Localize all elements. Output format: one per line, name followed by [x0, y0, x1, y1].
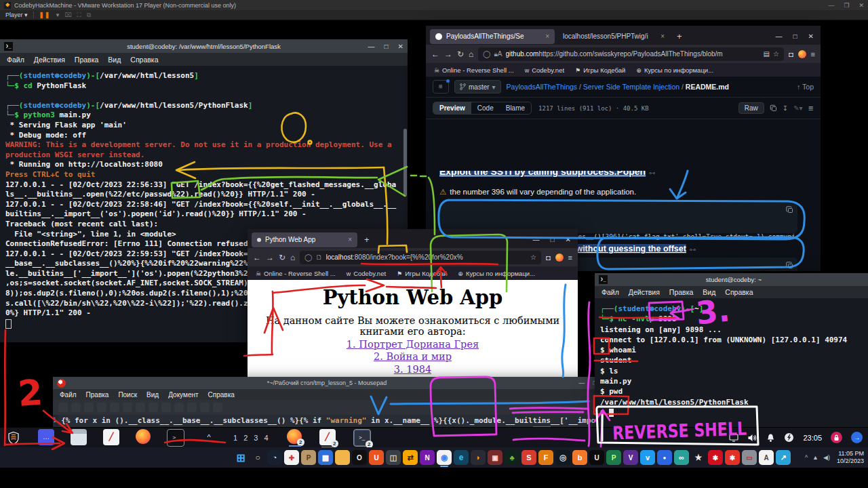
terminal-window-shell[interactable]: ❯_ student@codeby: ~ ФайлДействияПравкаВ…: [595, 273, 868, 447]
toolbar-icon[interactable]: [174, 403, 184, 412]
pycharm-icon[interactable]: P: [606, 450, 621, 465]
tray-network-icon[interactable]: ▲: [812, 454, 818, 461]
menu-item[interactable]: Справка: [130, 56, 158, 64]
vmware-player-menu[interactable]: Player ▾: [5, 12, 28, 18]
linux-clock[interactable]: 23:05: [803, 434, 822, 442]
book-link-2[interactable]: 2. Война и мир: [248, 351, 578, 362]
unreal-icon[interactable]: U: [589, 450, 604, 465]
bookmark-item[interactable]: ⊕Курсы по информаци...: [636, 66, 713, 74]
toolbar-icon[interactable]: [149, 403, 158, 412]
pocket-icon[interactable]: ◘: [546, 253, 551, 262]
url-bar[interactable]: ◯ 🗋 localhost:8080/index?book={%%20for%2…: [300, 251, 541, 264]
power-manager-icon[interactable]: [784, 432, 794, 443]
vmware-close-button[interactable]: ✕: [859, 2, 864, 9]
app-colorful-icon[interactable]: ✚: [284, 450, 299, 465]
menu-item[interactable]: Вид: [146, 391, 159, 399]
shield-icon[interactable]: ◯: [483, 50, 490, 58]
bookmark-item[interactable]: ⚑Игры Кодебай: [397, 270, 447, 277]
app-teal-icon[interactable]: ∞: [674, 450, 689, 465]
terminal2-titlebar[interactable]: ❯_ student@codeby: ~: [595, 273, 868, 286]
firefox-account-icon[interactable]: [798, 50, 806, 58]
toolbar-icon[interactable]: [213, 403, 222, 412]
terminal1-scrollbar[interactable]: [403, 129, 407, 197]
tab-close-icon[interactable]: ×: [348, 236, 352, 243]
app-red-icon[interactable]: ▣: [488, 450, 502, 465]
close-button[interactable]: ✕: [398, 43, 403, 50]
visualstudio-icon[interactable]: V: [623, 450, 638, 465]
tray-chevron-icon[interactable]: ^: [805, 454, 808, 461]
menu-item[interactable]: Файл: [7, 56, 24, 64]
home-icon[interactable]: ⌂: [290, 253, 295, 262]
menu-item[interactable]: Действия: [34, 56, 65, 64]
breadcrumb-section-link[interactable]: Server Side Template Injection: [583, 83, 679, 91]
volume-icon[interactable]: [747, 433, 757, 443]
maximize-button[interactable]: □: [384, 43, 389, 50]
vmware-sendkeys-icon[interactable]: ⌧: [64, 12, 71, 18]
bookmark-star-icon[interactable]: ☆: [773, 50, 779, 58]
bookmark-item[interactable]: ☠Online - Reverse Shell ...: [434, 66, 514, 74]
extension-shield-icon[interactable]: ◘: [789, 50, 793, 58]
search-icon[interactable]: ○: [250, 450, 265, 465]
bookmark-star-icon[interactable]: ☆: [530, 253, 536, 261]
toolbar-icon[interactable]: [123, 403, 132, 412]
workspace-switcher[interactable]: 1 2 3 4: [233, 434, 271, 442]
menu-item[interactable]: Справка: [208, 391, 235, 399]
menu-item[interactable]: Действия: [629, 288, 660, 296]
menu-item[interactable]: Вид: [703, 288, 715, 296]
toolbar-icon[interactable]: [161, 403, 171, 412]
back-icon[interactable]: ←: [253, 253, 261, 262]
bookmark-item[interactable]: wCodeby.net: [347, 270, 386, 277]
tab-close-icon[interactable]: ×: [660, 33, 665, 40]
tab-blame[interactable]: Blame: [500, 102, 531, 114]
virtualbox-icon[interactable]: ◫: [386, 450, 401, 465]
firefox-launcher-icon[interactable]: [136, 429, 151, 444]
toolbar-icon[interactable]: [58, 403, 68, 412]
start-icon[interactable]: ⊞: [233, 450, 248, 465]
vscode-icon[interactable]: v: [640, 450, 655, 465]
speedtest-icon[interactable]: ◔: [267, 450, 282, 465]
menu-item[interactable]: Вид: [108, 56, 121, 64]
menu-item[interactable]: Поиск: [118, 391, 137, 399]
toolbar-icon[interactable]: [136, 403, 145, 412]
toolbar-icon[interactable]: [71, 403, 81, 412]
reload-icon[interactable]: ↻: [279, 253, 285, 262]
url-bar[interactable]: ◯ 🔒︎A github.comhttps://github.com/swiss…: [478, 47, 784, 61]
bookmark-item[interactable]: ⚑Игры Кодебай: [575, 66, 625, 74]
menu-item[interactable]: Файл: [601, 288, 619, 296]
app-menu-icon[interactable]: [5, 430, 22, 446]
branch-selector[interactable]: master▾: [454, 80, 501, 94]
tab-payloadsallthethings[interactable]: PayloadsAllTheThings/Se ×: [430, 29, 555, 44]
tab-code[interactable]: Code: [471, 102, 500, 114]
book-link-1[interactable]: 1. Портрет Дориана Грея: [248, 339, 578, 350]
menu-item[interactable]: Правка: [86, 391, 109, 399]
toolbar-icon[interactable]: [110, 403, 119, 412]
chrome-profile-icon[interactable]: A: [759, 450, 774, 465]
menu-icon[interactable]: ≡: [811, 50, 815, 58]
autodesk-icon[interactable]: F: [538, 450, 553, 465]
show-desktop-icon[interactable]: …: [38, 429, 54, 445]
menu-item[interactable]: Правка: [75, 56, 98, 64]
tab-preview[interactable]: Preview: [433, 102, 471, 114]
toolbar-icon[interactable]: [84, 403, 94, 412]
toolbar-icon[interactable]: [187, 403, 197, 412]
breadcrumb-repo-link[interactable]: PayloadsAllTheThings: [507, 83, 577, 91]
copy-icon[interactable]: [786, 262, 793, 269]
anchor-link-icon[interactable]: ⧟: [690, 246, 696, 253]
maximize-button[interactable]: □: [551, 236, 555, 243]
new-tab-button[interactable]: +: [673, 31, 686, 41]
tab-close-icon[interactable]: ×: [545, 33, 549, 40]
tray-volume-icon[interactable]: ◀): [823, 454, 830, 461]
copy-icon[interactable]: [770, 104, 777, 112]
scroll-top-button[interactable]: ↑ Top: [797, 83, 814, 91]
mousepad-task-icon[interactable]: ╱2: [319, 429, 336, 445]
vmware-minimize-button[interactable]: —: [828, 2, 834, 9]
terminal2-output[interactable]: ┌──(student⊛codeby)-[~]└─$ nc -nvlp 9898…: [595, 298, 868, 447]
shield-icon[interactable]: ◯: [304, 253, 312, 261]
gear-red2-icon[interactable]: ✱: [725, 450, 740, 465]
firefox-pwa-window[interactable]: Python Web App × + — □ ✕ ← → ↻ ⌂ ◯ 🗋 loc…: [248, 229, 578, 380]
updates-tray-icon[interactable]: →: [851, 432, 863, 443]
ubuntu-icon[interactable]: U: [369, 450, 384, 465]
menu-item[interactable]: Справка: [725, 288, 753, 296]
mousepad-titlebar[interactable]: *~/Рабочий стол/tmp_lesson_5 - Mousepad …: [53, 377, 601, 389]
vmware-fullscreen-icon[interactable]: ⛶: [77, 12, 81, 19]
